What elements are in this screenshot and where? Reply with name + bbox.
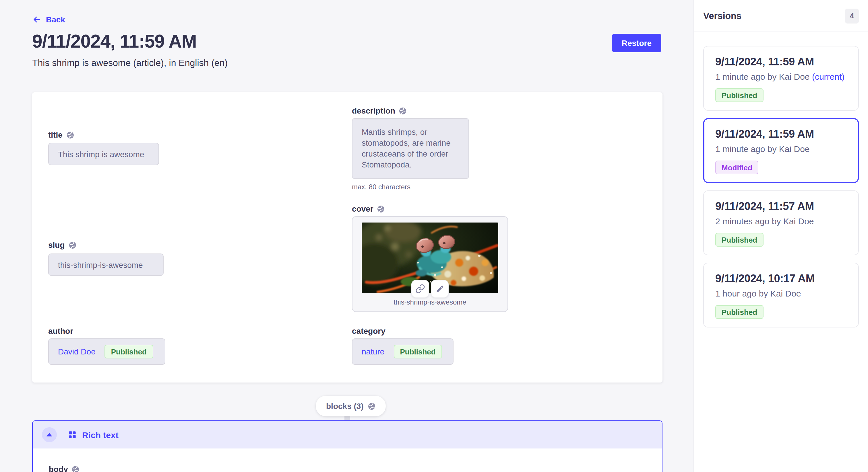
description-hint: max. 80 characters [352,183,410,191]
cover-actions [411,280,448,298]
status-badge: Published [715,88,764,102]
rich-text-block-title: Rich text [82,430,119,440]
category-relation-link[interactable]: nature [362,347,384,356]
collapse-toggle-button[interactable] [42,427,57,442]
blocks-field-pill: blocks (3) [316,396,386,416]
version-date: 9/11/2024, 11:57 AM [715,200,847,213]
body-label-text: body [49,465,68,472]
version-status: Modified [715,161,847,174]
versions-header: Versions 4 [694,0,868,32]
author-relation-link[interactable]: David Doe [58,347,96,356]
version-card[interactable]: 9/11/2024, 11:59 AM 1 minute ago by Kai … [703,46,859,111]
slug-label-text: slug [48,240,65,249]
description-label-text: description [352,106,395,115]
cover-field-label: cover [352,204,385,213]
cover-filename: this-shrimp-is-awesome [352,298,507,306]
version-meta-text: 1 hour ago by Kai Doe [715,289,801,298]
version-meta-text: 1 minute ago by Kai Doe [715,144,810,154]
status-badge: Published [715,233,764,247]
restore-button[interactable]: Restore [612,34,661,52]
title-input: This shrimp is awesome [48,143,159,165]
page-subtitle: This shrimp is awesome (article), in Eng… [32,58,228,68]
globe-icon [368,402,376,410]
rich-text-component-block: Rich text body [32,420,662,472]
version-meta: 2 minutes ago by Kai Doe [715,216,847,226]
globe-icon [72,465,80,472]
rich-text-body: body [33,448,662,472]
version-date: 9/11/2024, 11:59 AM [715,56,847,68]
globe-icon [377,205,385,212]
cover-media-card: this-shrimp-is-awesome [352,216,508,312]
category-label-text: category [352,326,385,336]
status-badge: Published [715,305,764,319]
slug-input: this-shrimp-is-awesome [48,254,164,276]
component-grid-icon [68,431,76,439]
version-list: 9/11/2024, 11:59 AM 1 minute ago by Kai … [694,32,868,337]
version-card[interactable]: 9/11/2024, 10:17 AM 1 hour ago by Kai Do… [703,263,859,328]
back-link[interactable]: Back [32,15,65,24]
chevron-up-icon [46,433,52,436]
description-textarea: Mantis shrimps, or stomatopods, are mari… [352,118,469,179]
title-label-text: title [48,130,63,139]
globe-icon [69,241,76,248]
back-label: Back [46,15,65,24]
page-title: 9/11/2024, 11:59 AM [32,31,197,52]
version-status: Published [715,233,847,247]
main-content: Back 9/11/2024, 11:59 AM This shrimp is … [0,0,693,472]
version-meta: 1 minute ago by Kai Doe (current) [715,72,847,81]
arrow-left-icon [32,15,41,24]
category-field-label: category [352,326,385,336]
category-status-badge: Published [394,345,442,359]
version-history-page: Back 9/11/2024, 11:59 AM This shrimp is … [0,0,868,472]
version-meta-text: 1 minute ago by Kai Doe [715,72,810,81]
entry-form-card: title This shrimp is awesome description… [32,92,662,382]
author-label-text: author [48,326,73,336]
versions-title: Versions [703,11,741,21]
title-field-label: title [48,130,74,139]
version-meta: 1 minute ago by Kai Doe [715,144,847,154]
version-date: 9/11/2024, 10:17 AM [715,272,847,285]
cover-copy-link-button[interactable] [411,280,429,298]
version-card-selected[interactable]: 9/11/2024, 11:59 AM 1 minute ago by Kai … [703,118,859,183]
slug-field-label: slug [48,240,76,249]
version-status: Published [715,305,847,319]
category-relation-box: nature Published [352,338,454,365]
body-field-label: body [49,465,80,472]
cover-label-text: cover [352,204,373,213]
cover-edit-button[interactable] [431,280,448,298]
globe-icon [67,131,74,138]
link-icon [415,284,425,294]
rich-text-accordion-header[interactable]: Rich text [33,421,662,448]
author-status-badge: Published [105,345,153,359]
globe-icon [399,107,407,114]
pencil-icon [435,284,444,293]
description-field-label: description [352,106,407,115]
version-meta: 1 hour ago by Kai Doe [715,289,847,298]
current-version-label: (current) [812,72,844,81]
versions-count-badge: 4 [845,8,859,23]
version-meta-text: 2 minutes ago by Kai Doe [715,216,814,226]
version-status: Published [715,88,847,102]
versions-sidebar: Versions 4 9/11/2024, 11:59 AM 1 minute … [693,0,868,472]
blocks-label-text: blocks (3) [326,401,364,411]
author-relation-box: David Doe Published [48,338,165,365]
version-card[interactable]: 9/11/2024, 11:57 AM 2 minutes ago by Kai… [703,191,859,255]
author-field-label: author [48,326,73,336]
status-badge: Modified [715,161,758,174]
version-date: 9/11/2024, 11:59 AM [715,128,847,140]
